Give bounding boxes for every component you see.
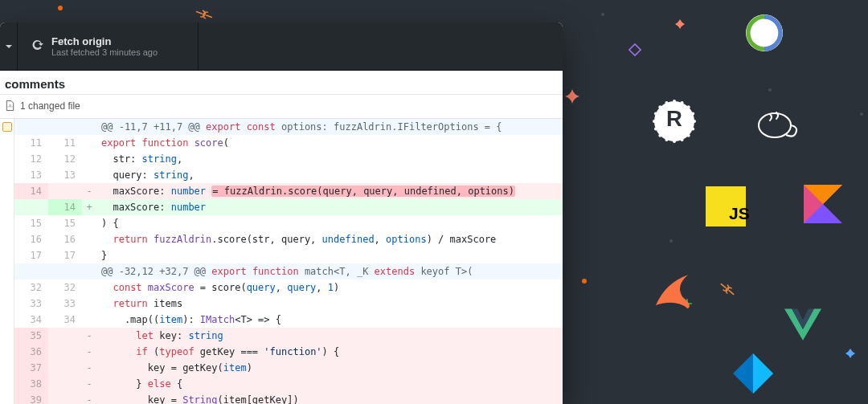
diff-row[interactable]: 1111 export function score( (14, 135, 563, 151)
svg-point-0 (58, 6, 63, 10)
diff-row[interactable]: 1212 str: string, (14, 151, 563, 167)
diff-row[interactable]: 38- } else { (14, 376, 563, 392)
line-number-new: 15 (48, 215, 82, 231)
line-number-new: 14 (48, 199, 82, 215)
sparkle-icon (675, 19, 685, 29)
line-number-old: 35 (14, 328, 48, 344)
diff-row[interactable]: 39- key = String(item[getKey]) (14, 392, 563, 404)
code-cell: @@ -32,12 +32,7 @@ export function match… (96, 263, 563, 280)
chevron-down-icon (5, 43, 13, 51)
code-cell: maxScore: number = fuzzAldrin.score(quer… (96, 183, 563, 199)
file-summary[interactable]: 1 changed file (0, 95, 563, 119)
svg-point-12 (687, 134, 690, 137)
diff-row[interactable]: 14+ maxScore: number (14, 199, 563, 215)
diff-row[interactable]: @@ -11,7 +11,7 @@ export const options: … (14, 119, 563, 135)
code-cell: maxScore: number (96, 199, 563, 215)
code-cell: } else { (96, 376, 563, 392)
stage: RJS Fetch origin Last fetched 3 minutes … (0, 0, 868, 404)
diff-view[interactable]: @@ -11,7 +11,7 @@ export const options: … (14, 119, 563, 404)
svg-point-18 (653, 120, 656, 123)
line-number-new: 32 (48, 280, 82, 296)
diff-row[interactable]: @@ -32,12 +32,7 @@ export function match… (14, 263, 563, 280)
diff-row[interactable]: 1313 query: string, (14, 167, 563, 183)
clojure-logo (746, 14, 783, 51)
svg-point-15 (665, 138, 668, 141)
toolbar-spacer (199, 22, 563, 70)
js-logo: JS (706, 186, 750, 226)
code-cell: export function score( (96, 135, 563, 151)
svg-rect-6 (629, 44, 641, 55)
svg-point-2 (582, 279, 587, 284)
diff-sign (82, 167, 96, 183)
line-number-old: 33 (14, 296, 48, 312)
svg-point-8 (748, 17, 780, 49)
code-cell: ) { (96, 215, 563, 231)
code-cell: if (typeof getKey === 'function') { (96, 344, 563, 360)
diff-window: Fetch origin Last fetched 3 minutes ago … (0, 22, 563, 404)
line-number-old: 12 (14, 151, 48, 167)
fetch-text: Fetch origin Last fetched 3 minutes ago (51, 35, 158, 58)
line-number-new: 34 (48, 312, 82, 328)
branch-dropdown[interactable] (0, 22, 18, 70)
svg-text:R: R (666, 106, 682, 131)
line-number-old: 11 (14, 135, 48, 151)
kotlin-logo (804, 185, 842, 223)
file-marker[interactable] (2, 122, 12, 132)
sparkle-icon (845, 349, 855, 358)
diff-sign (82, 231, 96, 247)
diff-row[interactable]: 35- let key: string (14, 328, 563, 344)
svg-point-20 (658, 105, 661, 108)
line-number-old: 34 (14, 312, 48, 328)
line-number-old: 38 (14, 376, 48, 392)
diff-sign: - (82, 344, 96, 360)
line-number-old: 13 (14, 167, 48, 183)
code-cell: return items (96, 296, 563, 312)
line-number-old: 15 (14, 215, 48, 231)
diff-row[interactable]: 3333 return items (14, 296, 563, 312)
svg-point-5 (860, 112, 863, 116)
code-cell: .map((item): IMatch<T> => { (96, 312, 563, 328)
diff-row[interactable]: 36- if (typeof getKey === 'function') { (14, 344, 563, 360)
svg-point-23 (681, 101, 684, 104)
code-cell: query: string, (96, 167, 563, 183)
diff-row[interactable]: 3434 .map((item): IMatch<T> => { (14, 312, 563, 328)
diff-row[interactable]: 14- maxScore: number = fuzzAldrin.score(… (14, 183, 563, 199)
diff-sign: - (82, 376, 96, 392)
diff-row[interactable]: 1717 } (14, 247, 563, 263)
dart-logo (733, 353, 773, 394)
diff-sign: - (82, 328, 96, 344)
svg-point-14 (673, 140, 676, 143)
code-cell: @@ -11,7 +11,7 @@ export const options: … (96, 119, 563, 135)
code-cell: str: string, (96, 151, 563, 167)
svg-point-13 (681, 138, 684, 141)
code-cell: let key: string (96, 328, 563, 344)
changed-files-text: 1 changed file (20, 100, 80, 112)
swift-logo (656, 275, 690, 308)
diff-row[interactable]: 37- key = getKey(item) (14, 360, 563, 376)
diff-sign: - (82, 183, 96, 199)
coffee-logo (759, 112, 796, 137)
line-number-old: 36 (14, 344, 48, 360)
svg-point-17 (654, 128, 657, 131)
commit-title: comments (5, 77, 558, 91)
diff-row[interactable]: 3232 const maxScore = score(query, query… (14, 280, 563, 296)
code-cell: key = String(item[getKey]) (96, 392, 563, 404)
diff-row[interactable]: 1616 return fuzzAldrin.score(str, query,… (14, 231, 563, 247)
code-cell: } (96, 247, 563, 263)
diff-row[interactable]: 1515 ) { (14, 215, 563, 231)
diff-sign (82, 247, 96, 263)
toolbar: Fetch origin Last fetched 3 minutes ago (0, 22, 563, 71)
svg-point-25 (691, 112, 694, 115)
fetch-title: Fetch origin (51, 35, 158, 48)
commit-subhead: comments (0, 71, 563, 95)
fetch-button[interactable]: Fetch origin Last fetched 3 minutes ago (18, 22, 199, 70)
marker-gutter (0, 119, 14, 404)
diff-sign (82, 312, 96, 328)
line-number-new: 12 (48, 151, 82, 167)
diff-sign (82, 280, 96, 296)
code-cell: return fuzzAldrin.score(str, query, unde… (96, 231, 563, 247)
line-number-new: 33 (48, 296, 82, 312)
line-number-old: 16 (14, 231, 48, 247)
svg-point-27 (759, 113, 791, 137)
diff-area: @@ -11,7 +11,7 @@ export const options: … (0, 119, 563, 404)
